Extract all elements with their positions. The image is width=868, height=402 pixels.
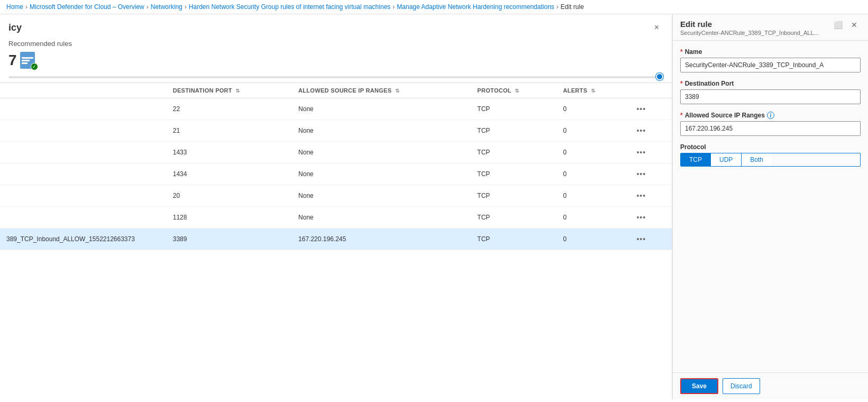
save-button[interactable]: Save bbox=[680, 378, 718, 394]
table-header-row: DESTINATION PORT ⇅ ALLOWED SOURCE IP RAN… bbox=[0, 83, 672, 98]
cell-dest-port: 1434 bbox=[167, 163, 292, 185]
name-required-star: * bbox=[680, 48, 683, 56]
sort-icon-protocol: ⇅ bbox=[515, 88, 519, 94]
breadcrumb-home[interactable]: Home bbox=[6, 3, 23, 11]
col-protocol[interactable]: PROTOCOL ⇅ bbox=[471, 83, 556, 98]
cell-source-ip: None bbox=[292, 98, 471, 120]
cell-more[interactable]: ••• bbox=[627, 120, 672, 142]
more-actions-button[interactable]: ••• bbox=[633, 212, 649, 223]
cell-dest-port: 1433 bbox=[167, 142, 292, 163]
cell-protocol: TCP bbox=[471, 142, 556, 163]
table-row[interactable]: 389_TCP_Inbound_ALLOW_155221266337333891… bbox=[0, 229, 672, 250]
breadcrumb-harden[interactable]: Harden Network Security Group rules of i… bbox=[189, 3, 391, 11]
cell-more[interactable]: ••• bbox=[627, 185, 672, 207]
source-ip-info-icon: i bbox=[767, 112, 774, 119]
table-row[interactable]: 21NoneTCP0••• bbox=[0, 120, 672, 142]
cell-alerts: 0 bbox=[556, 142, 627, 163]
cell-more[interactable]: ••• bbox=[627, 163, 672, 185]
rule-count-icon: ✓ bbox=[20, 52, 35, 69]
cell-more[interactable]: ••• bbox=[627, 229, 672, 250]
cell-protocol: TCP bbox=[471, 229, 556, 250]
cell-name bbox=[0, 142, 167, 163]
cell-name bbox=[0, 207, 167, 229]
right-panel-subtitle: SecurityCenter-ANCRule_3389_TCP_Inbound_… bbox=[680, 30, 819, 36]
right-panel: Edit rule SecurityCenter-ANCRule_3389_TC… bbox=[672, 14, 868, 399]
cell-source-ip: None bbox=[292, 142, 471, 163]
left-panel-header: icy × bbox=[0, 14, 672, 38]
sort-icon-dest-port: ⇅ bbox=[235, 88, 240, 94]
breadcrumb-networking[interactable]: Networking bbox=[151, 3, 182, 11]
cell-alerts: 0 bbox=[556, 185, 627, 207]
maximize-button[interactable]: ⬜ bbox=[830, 20, 846, 30]
cell-dest-port: 20 bbox=[167, 185, 292, 207]
cell-more[interactable]: ••• bbox=[627, 98, 672, 120]
table-row[interactable]: 1128NoneTCP0••• bbox=[0, 207, 672, 229]
breadcrumb-manage[interactable]: Manage Adaptive Network Hardening recomm… bbox=[397, 3, 554, 11]
breadcrumb-sep-2: › bbox=[147, 3, 149, 11]
breadcrumb-sep-5: › bbox=[556, 3, 559, 11]
slider-track bbox=[8, 76, 663, 78]
name-form-group: * Name bbox=[680, 48, 861, 72]
col-source-ip[interactable]: ALLOWED SOURCE IP RANGES ⇅ bbox=[292, 83, 471, 98]
table-row[interactable]: 22NoneTCP0••• bbox=[0, 98, 672, 120]
more-actions-button[interactable]: ••• bbox=[633, 104, 649, 114]
slider-area bbox=[0, 74, 672, 80]
protocol-tcp-button[interactable]: TCP bbox=[681, 153, 711, 166]
cell-name bbox=[0, 185, 167, 207]
section-label: Recommended rules bbox=[0, 38, 672, 50]
more-actions-button[interactable]: ••• bbox=[633, 125, 649, 136]
left-panel: icy × Recommended rules 7 ✓ bbox=[0, 14, 672, 399]
cell-more[interactable]: ••• bbox=[627, 142, 672, 163]
more-actions-button[interactable]: ••• bbox=[633, 190, 649, 201]
protocol-buttons: TCP UDP Both bbox=[680, 153, 861, 167]
right-panel-body: * Name * Destination Port * Allowed Sour… bbox=[673, 41, 868, 372]
source-ip-input[interactable] bbox=[680, 121, 861, 136]
sort-icon-source-ip: ⇅ bbox=[395, 88, 399, 94]
close-button[interactable]: × bbox=[650, 21, 663, 34]
cell-dest-port: 3389 bbox=[167, 229, 292, 250]
resource-title: icy bbox=[8, 22, 22, 33]
doc-line-3 bbox=[22, 62, 28, 64]
slider-thumb bbox=[656, 73, 663, 80]
cell-source-ip: None bbox=[292, 163, 471, 185]
cell-dest-port: 21 bbox=[167, 120, 292, 142]
rule-count: 7 bbox=[8, 52, 17, 69]
more-actions-button[interactable]: ••• bbox=[633, 169, 649, 179]
protocol-udp-button[interactable]: UDP bbox=[711, 153, 742, 166]
check-badge-icon: ✓ bbox=[31, 63, 38, 70]
breadcrumb-edit-rule: Edit rule bbox=[561, 3, 584, 11]
cell-protocol: TCP bbox=[471, 185, 556, 207]
table-row[interactable]: 1433NoneTCP0••• bbox=[0, 142, 672, 163]
name-input[interactable] bbox=[680, 58, 861, 72]
close-panel-button[interactable]: ✕ bbox=[848, 20, 861, 30]
cell-source-ip: 167.220.196.245 bbox=[292, 229, 471, 250]
cell-source-ip: None bbox=[292, 185, 471, 207]
discard-button[interactable]: Discard bbox=[723, 378, 760, 394]
more-actions-button[interactable]: ••• bbox=[633, 234, 649, 244]
breadcrumb: Home › Microsoft Defender for Cloud – Ov… bbox=[0, 0, 868, 14]
col-dest-port[interactable]: DESTINATION PORT ⇅ bbox=[167, 83, 292, 98]
table-row[interactable]: 1434NoneTCP0••• bbox=[0, 163, 672, 185]
rules-table-container: DESTINATION PORT ⇅ ALLOWED SOURCE IP RAN… bbox=[0, 83, 672, 399]
col-alerts[interactable]: ALERTS ⇅ bbox=[556, 83, 627, 98]
source-ip-label: * Allowed Source IP Ranges i bbox=[680, 112, 861, 119]
cell-dest-port: 22 bbox=[167, 98, 292, 120]
cell-name bbox=[0, 163, 167, 185]
doc-line-2 bbox=[22, 60, 30, 61]
protocol-both-button[interactable]: Both bbox=[742, 153, 772, 166]
table-body: 22NoneTCP0•••21NoneTCP0•••1433NoneTCP0••… bbox=[0, 98, 672, 250]
breadcrumb-sep-4: › bbox=[392, 3, 395, 11]
right-panel-header: Edit rule SecurityCenter-ANCRule_3389_TC… bbox=[673, 14, 868, 41]
more-actions-button[interactable]: ••• bbox=[633, 147, 649, 158]
dest-port-input[interactable] bbox=[680, 89, 861, 104]
cell-name: 389_TCP_Inbound_ALLOW_1552212663373 bbox=[0, 229, 167, 250]
cell-more[interactable]: ••• bbox=[627, 207, 672, 229]
breadcrumb-defender[interactable]: Microsoft Defender for Cloud – Overview bbox=[30, 3, 144, 11]
table-row[interactable]: 20NoneTCP0••• bbox=[0, 185, 672, 207]
cell-source-ip: None bbox=[292, 120, 471, 142]
cell-source-ip: None bbox=[292, 207, 471, 229]
source-ip-required-star: * bbox=[680, 112, 683, 119]
col-name bbox=[0, 83, 167, 98]
cell-alerts: 0 bbox=[556, 120, 627, 142]
cell-protocol: TCP bbox=[471, 207, 556, 229]
